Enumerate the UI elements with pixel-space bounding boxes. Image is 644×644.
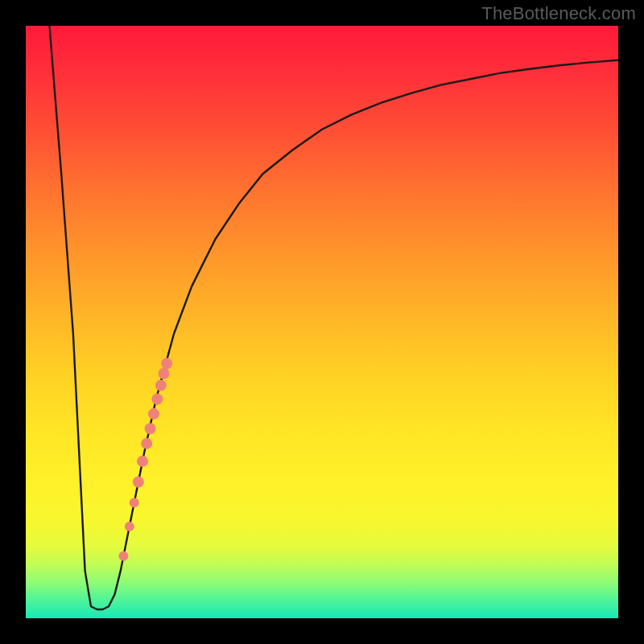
highlight-dot	[125, 522, 134, 531]
plot-area	[26, 26, 618, 618]
highlight-dot	[137, 456, 148, 467]
highlight-dot	[141, 438, 152, 449]
chart-frame: TheBottleneck.com	[0, 0, 644, 644]
watermark-text: TheBottleneck.com	[481, 3, 636, 24]
chart-svg	[26, 26, 618, 618]
highlight-dot	[161, 358, 172, 369]
highlight-dot	[155, 380, 167, 391]
bottleneck-curve	[49, 26, 618, 609]
highlight-dot	[148, 408, 159, 419]
highlight-dot	[145, 423, 156, 434]
highlight-dot	[158, 368, 169, 379]
highlight-dot	[151, 394, 163, 405]
highlight-dot	[130, 497, 139, 507]
highlight-dot	[118, 551, 128, 561]
highlight-dot	[133, 477, 144, 488]
